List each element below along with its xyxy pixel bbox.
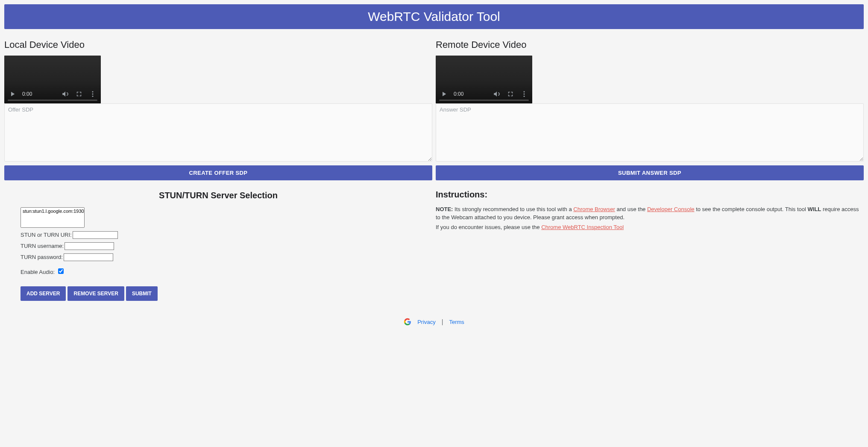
- create-offer-sdp-button[interactable]: CREATE OFFER SDP: [4, 165, 432, 180]
- privacy-link[interactable]: Privacy: [417, 319, 436, 325]
- fullscreen-icon[interactable]: [507, 90, 514, 98]
- server-list[interactable]: stun:stun1.l.google.com:19302: [21, 207, 85, 228]
- svg-point-4: [524, 94, 525, 95]
- enable-audio-label: Enable Audio:: [21, 269, 55, 275]
- server-selection-heading: STUN/TURN Server Selection: [4, 191, 432, 200]
- more-icon[interactable]: [520, 90, 528, 98]
- svg-point-0: [92, 91, 94, 92]
- answer-sdp-textarea[interactable]: [436, 103, 864, 162]
- turn-password-input[interactable]: [64, 253, 113, 261]
- webrtc-inspection-tool-link[interactable]: Chrome WebRTC Inspection Tool: [541, 224, 624, 230]
- more-icon[interactable]: [89, 90, 97, 98]
- uri-label: STUN or TURN URI:: [21, 232, 72, 238]
- add-server-button[interactable]: ADD SERVER: [21, 286, 66, 301]
- volume-icon[interactable]: [493, 90, 501, 98]
- remote-video-heading: Remote Device Video: [436, 39, 864, 50]
- submit-servers-button[interactable]: SUBMIT: [126, 286, 158, 301]
- stun-turn-uri-input[interactable]: [73, 231, 118, 239]
- note-label: NOTE:: [436, 206, 453, 212]
- remote-video-player[interactable]: 0:00: [436, 56, 532, 103]
- remote-video-time: 0:00: [454, 91, 487, 97]
- turn-username-input[interactable]: [65, 242, 114, 250]
- local-video-time: 0:00: [22, 91, 56, 97]
- page-title: WebRTC Validator Tool: [4, 4, 864, 29]
- svg-point-5: [524, 96, 525, 97]
- enable-audio-checkbox[interactable]: [58, 268, 64, 274]
- terms-link[interactable]: Terms: [449, 319, 464, 325]
- developer-console-link[interactable]: Developer Console: [647, 206, 695, 212]
- local-video-heading: Local Device Video: [4, 39, 432, 50]
- remove-server-button[interactable]: REMOVE SERVER: [67, 286, 124, 301]
- volume-icon[interactable]: [62, 90, 69, 98]
- instructions-heading: Instructions:: [436, 190, 864, 200]
- svg-point-1: [92, 94, 94, 95]
- fullscreen-icon[interactable]: [75, 90, 83, 98]
- progress-track[interactable]: [8, 100, 97, 101]
- instructions-text: NOTE: Its strongly recommended to use th…: [436, 206, 864, 232]
- progress-track[interactable]: [439, 100, 529, 101]
- turn-password-label: TURN password:: [21, 254, 63, 260]
- play-icon[interactable]: [440, 90, 448, 98]
- google-icon: [404, 318, 411, 326]
- turn-username-label: TURN username:: [21, 243, 64, 249]
- offer-sdp-textarea[interactable]: [4, 103, 432, 162]
- footer-separator: |: [442, 318, 443, 325]
- chrome-browser-link[interactable]: Chrome Browser: [573, 206, 615, 212]
- svg-point-3: [524, 91, 525, 92]
- svg-point-2: [92, 96, 94, 97]
- play-icon[interactable]: [9, 90, 16, 98]
- submit-answer-sdp-button[interactable]: SUBMIT ANSWER SDP: [436, 165, 864, 180]
- local-video-player[interactable]: 0:00: [4, 56, 101, 103]
